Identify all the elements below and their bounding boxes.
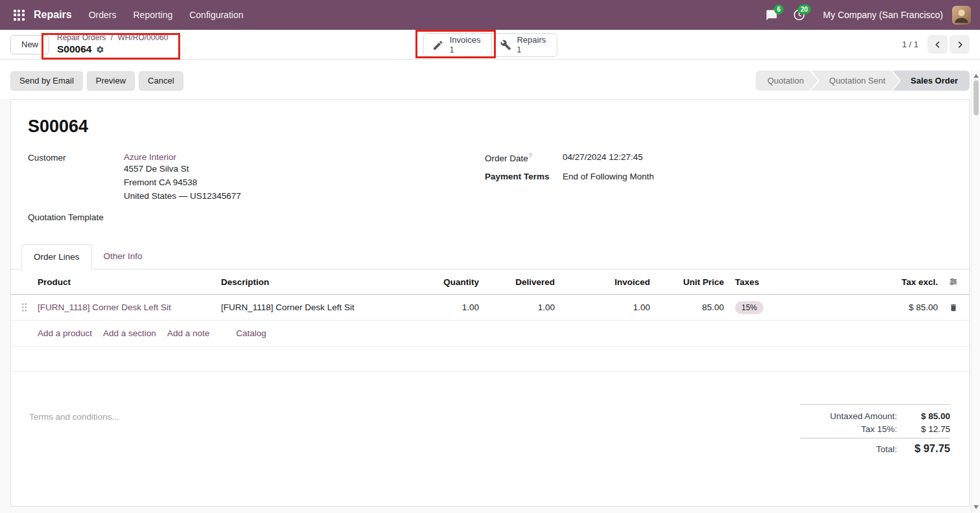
scrollbar-thumb[interactable] — [974, 80, 979, 115]
menu-configuration[interactable]: Configuration — [183, 6, 250, 24]
customer-label: Customer — [28, 152, 124, 203]
invoices-label: Invoices — [450, 35, 481, 45]
header-taxes[interactable]: Taxes — [724, 277, 821, 287]
status-quotation[interactable]: Quotation — [756, 71, 818, 91]
activities-badge: 20 — [798, 5, 811, 14]
odoo-window: Repairs Orders Reporting Configuration 6… — [0, 0, 980, 513]
tax-value: $ 12.75 — [897, 424, 950, 434]
empty-table-row — [11, 347, 969, 372]
status-quotation-sent[interactable]: Quotation Sent — [811, 71, 900, 91]
pager: 1 / 1 — [902, 35, 970, 54]
scroll-up-arrow-icon[interactable] — [974, 74, 979, 78]
header-unit-price[interactable]: Unit Price — [650, 277, 724, 287]
messages-button[interactable]: 6 — [760, 3, 784, 27]
tab-order-lines[interactable]: Order Lines — [21, 244, 92, 269]
add-a-note-link[interactable]: Add a note — [167, 328, 209, 338]
breadcrumb-origin-record[interactable]: WH/RO/00060 — [117, 33, 168, 42]
scroll-down-arrow-icon[interactable] — [974, 505, 979, 509]
new-button[interactable]: New — [10, 35, 49, 54]
cell-quantity[interactable]: 1.00 — [369, 302, 479, 312]
status-widget: Quotation Quotation Sent Sales Order — [756, 71, 970, 91]
status-sales-order[interactable]: Sales Order — [892, 71, 970, 91]
quotation-template-label: Quotation Template — [28, 212, 124, 222]
breadcrumb: Repair Orders / WH/RO/00060 S00064 — [57, 33, 168, 56]
add-a-product-link[interactable]: Add a product — [38, 328, 92, 338]
invoices-count: 1 — [450, 45, 454, 55]
order-lines-table: Product Description Quantity Delivered I… — [11, 269, 969, 347]
repairs-smart-button[interactable]: Repairs 1 — [491, 33, 557, 57]
table-header-row: Product Description Quantity Delivered I… — [11, 269, 969, 295]
form-sheet: S00064 Customer Azure Interior 4557 De S… — [10, 99, 970, 507]
customer-address-line-2: Fremont CA 94538 — [124, 176, 241, 189]
tax-label: Tax 15%: — [800, 424, 897, 434]
invoices-smart-button[interactable]: Invoices 1 — [423, 33, 492, 57]
sheet-bottom: Terms and conditions... Untaxed Amount: … — [28, 404, 952, 457]
app-name[interactable]: Repairs — [34, 9, 72, 21]
table-footer-links: Add a product Add a section Add a note C… — [11, 321, 969, 347]
tab-other-info[interactable]: Other Info — [92, 244, 154, 269]
send-by-email-button[interactable]: Send by Email — [10, 71, 83, 91]
menu-reporting[interactable]: Reporting — [127, 6, 180, 24]
breadcrumb-current: S00064 — [57, 43, 91, 56]
header-tax-excl[interactable]: Tax excl. — [821, 277, 938, 287]
header-product[interactable]: Product — [38, 277, 221, 287]
preview-button[interactable]: Preview — [87, 71, 135, 91]
activities-button[interactable]: 20 — [787, 3, 811, 27]
cell-description[interactable]: [FURN_1118] Corner Desk Left Sit — [221, 302, 369, 312]
drag-handle-icon[interactable] — [21, 302, 27, 312]
control-panel: New Repair Orders / WH/RO/00060 S00064 I — [0, 30, 980, 60]
pager-next-button[interactable] — [950, 35, 970, 54]
pager-counter: 1 / 1 — [902, 40, 918, 49]
customer-address-line-1: 4557 De Silva St — [124, 162, 241, 176]
header-delivered[interactable]: Delivered — [479, 277, 555, 287]
add-a-section-link[interactable]: Add a section — [103, 328, 156, 338]
header-invoiced[interactable]: Invoiced — [555, 277, 650, 287]
vertical-scrollbar[interactable] — [971, 70, 980, 513]
wrench-icon — [500, 40, 511, 51]
toggle-columns-icon[interactable] — [949, 277, 958, 286]
field-groups: Customer Azure Interior 4557 De Silva St… — [28, 152, 952, 222]
header-quantity[interactable]: Quantity — [369, 277, 479, 287]
header-description[interactable]: Description — [221, 277, 369, 287]
terms-placeholder[interactable]: Terms and conditions... — [28, 404, 119, 457]
company-switcher[interactable]: My Company (San Francisco) — [823, 10, 943, 20]
cell-unit-price[interactable]: 85.00 — [650, 302, 724, 312]
catalog-link[interactable]: Catalog — [236, 328, 266, 338]
totals-block: Untaxed Amount: $ 85.00 Tax 15%: $ 12.75… — [800, 404, 950, 457]
table-row[interactable]: [FURN_1118] Corner Desk Left Sit [FURN_1… — [11, 295, 969, 321]
delete-row-icon[interactable] — [949, 303, 958, 312]
repairs-label: Repairs — [517, 35, 546, 45]
cell-tax-excl: $ 85.00 — [821, 302, 938, 312]
untaxed-amount-value: $ 85.00 — [897, 411, 950, 421]
cell-product-link[interactable]: [FURN_1118] Corner Desk Left Sit — [38, 302, 171, 312]
pager-previous-button[interactable] — [928, 35, 948, 54]
chevron-right-icon — [955, 40, 964, 49]
apps-menu-button[interactable] — [8, 4, 30, 26]
apps-grid-icon — [14, 10, 25, 21]
breadcrumb-separator: / — [111, 33, 113, 42]
record-title: S00064 — [28, 117, 952, 137]
payment-terms-label: Payment Terms — [485, 172, 563, 181]
actions-gear-button[interactable] — [96, 45, 104, 54]
smart-buttons: Invoices 1 Repairs 1 — [423, 33, 557, 57]
help-icon[interactable]: ? — [529, 152, 532, 159]
repairs-count: 1 — [517, 45, 521, 55]
total-value: $ 97.75 — [897, 442, 950, 455]
order-date-label: Order Date? — [485, 152, 563, 163]
customer-link[interactable]: Azure Interior — [124, 152, 176, 162]
systray: 6 20 My Company (San Francisco) — [760, 3, 971, 27]
avatar[interactable] — [952, 6, 971, 25]
payment-terms-value[interactable]: End of Following Month — [563, 172, 654, 181]
cell-delivered[interactable]: 1.00 — [479, 302, 555, 312]
order-date-value[interactable]: 04/27/2024 12:27:45 — [563, 152, 643, 163]
breadcrumb-repair-orders[interactable]: Repair Orders — [57, 33, 106, 42]
gear-icon — [96, 45, 104, 54]
menu-orders[interactable]: Orders — [82, 6, 123, 24]
notebook-tabs: Order Lines Other Info — [11, 244, 969, 269]
cell-invoiced[interactable]: 1.00 — [555, 302, 650, 312]
tax-badge[interactable]: 15% — [735, 301, 764, 314]
cancel-button[interactable]: Cancel — [139, 71, 183, 91]
chevron-left-icon — [933, 40, 942, 49]
form-view: S00064 Customer Azure Interior 4557 De S… — [0, 99, 980, 513]
top-menu: Orders Reporting Configuration — [82, 6, 250, 24]
